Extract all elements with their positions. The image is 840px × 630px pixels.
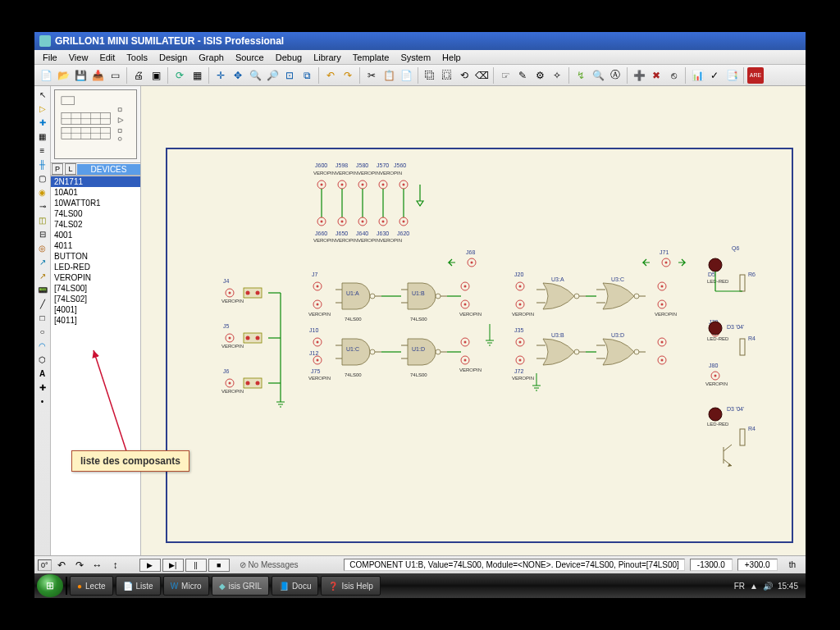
zoomarea-icon[interactable]: ⧉ [299,67,315,84]
graph-tool[interactable]: ◫ [36,213,49,226]
open-icon[interactable]: 📂 [55,67,71,84]
terminal-tool[interactable]: ◉ [36,185,49,199]
tape-tool[interactable]: ⊟ [36,227,49,240]
windows-taskbar[interactable]: ⊞ ●Lecte 📄Liste WMicro ◆isis GRIL 📘Docu … [34,573,806,598]
taskbar-item[interactable]: 📘Docu [272,576,318,596]
circle-tool[interactable]: ○ [36,325,49,338]
bom-icon[interactable]: 📊 [689,67,705,84]
netlist-icon[interactable]: 📑 [724,67,740,84]
menu-file[interactable]: File [38,52,62,63]
schematic-canvas[interactable]: J600 J598 J580 J570 J560 VEROPINVEROPINV… [141,86,806,555]
area-icon[interactable]: ▭ [107,67,123,84]
region-icon[interactable]: ▣ [148,67,164,84]
box-tool[interactable]: □ [36,311,49,324]
import-icon[interactable]: 📥 [89,67,106,84]
probe-v-tool[interactable]: ↗ [36,255,49,268]
flipy-icon[interactable]: ↕ [107,557,124,573]
taskbar-item[interactable]: ❓Isis Help [321,576,380,596]
rotation-field[interactable]: 0° [38,559,52,571]
device-item[interactable]: 74LS02 [51,219,140,230]
pat-icon[interactable]: Ⓐ [607,67,623,84]
device-item[interactable]: 10A01 [51,187,140,198]
device-item[interactable]: BUTTON [51,251,140,262]
menu-debug[interactable]: Debug [271,52,307,63]
script-tool[interactable]: ≡ [36,144,49,157]
ares-icon[interactable]: ARE [747,67,764,84]
pan-icon[interactable]: ✥ [230,67,246,84]
clock[interactable]: 15:45 [778,582,798,591]
device-item[interactable]: [4011] [51,315,140,326]
lang-indicator[interactable]: FR [734,582,745,591]
lib-button[interactable]: L [65,163,76,175]
blockmove-icon[interactable]: ⿴ [439,67,455,84]
zoomin-icon[interactable]: 🔍 [247,67,263,84]
blockcopy-icon[interactable]: ⿻ [422,67,438,84]
menu-edit[interactable]: Edit [94,52,120,63]
no-messages[interactable]: ⊘ No Messages [240,560,299,569]
instrument-tool[interactable]: 📟 [36,283,49,296]
menu-library[interactable]: Library [308,52,346,63]
menu-graph[interactable]: Graph [194,52,229,63]
device-item[interactable]: [74LS00] [51,283,140,294]
erc-icon[interactable]: ✓ [706,67,723,84]
newsheet-icon[interactable]: ➕ [631,67,647,84]
bus-tool[interactable]: ╫ [36,158,49,171]
zoomout-icon[interactable]: 🔎 [264,67,281,84]
zoomall-icon[interactable]: ⊡ [281,67,298,84]
paste-icon[interactable]: 📄 [398,67,414,84]
make-icon[interactable]: ✎ [514,67,531,84]
device-item[interactable]: [4001] [51,304,140,315]
label-tool[interactable]: ▦ [36,130,49,143]
print-icon[interactable]: 🖨 [130,67,147,84]
start-button[interactable]: ⊞ [37,574,63,597]
path-tool[interactable]: ⬡ [36,353,49,366]
search-icon[interactable]: 🔍 [590,67,606,84]
pause-button[interactable]: || [185,559,207,572]
delsheet-icon[interactable]: ✖ [648,67,664,84]
arc-tool[interactable]: ◠ [36,339,49,352]
exit-icon[interactable]: ⎋ [665,67,682,84]
wireauto-icon[interactable]: ↯ [573,67,589,84]
device-item[interactable]: LED-RED [51,262,140,272]
menu-design[interactable]: Design [154,52,192,63]
blockrot-icon[interactable]: ⟲ [456,67,472,84]
menubar[interactable]: FileViewEditToolsDesignGraphSourceDebugL… [34,50,806,65]
text-tool[interactable]: A [36,367,49,380]
device-item[interactable]: 4011 [51,240,140,251]
new-icon[interactable]: 📄 [38,67,54,84]
pick-icon[interactable]: ☞ [497,67,514,84]
stop-button[interactable]: ■ [208,559,230,572]
cut-icon[interactable]: ✂ [363,67,380,84]
pin-tool[interactable]: ⊸ [36,199,49,212]
decomp-icon[interactable]: ✧ [549,67,565,84]
device-list[interactable]: 2N171110A0110WATT0R174LS0074LS0240014011… [51,176,140,555]
select-tool[interactable]: ↖ [36,88,49,101]
subcircuit-tool[interactable]: ▢ [36,171,49,185]
origin-icon[interactable]: ✛ [212,67,229,84]
device-item[interactable]: 74LS00 [51,208,140,219]
menu-help[interactable]: Help [437,52,466,63]
device-item[interactable]: VEROPIN [51,272,140,283]
grid-icon[interactable]: ▦ [189,67,205,84]
menu-view[interactable]: View [64,52,94,63]
device-item[interactable]: 4001 [51,230,140,240]
probe-i-tool[interactable]: ↗ [36,269,49,282]
taskbar-item[interactable]: ●Lecte [70,576,113,596]
redo-icon[interactable]: ↷ [340,67,356,84]
taskbar-item[interactable]: 📄Liste [116,576,161,596]
menu-source[interactable]: Source [231,52,269,63]
system-tray[interactable]: FR ▲ 🔊 15:45 [734,582,803,591]
tray-icon[interactable]: 🔊 [763,582,773,591]
marker-tool[interactable]: • [36,395,49,408]
device-item[interactable]: 10WATT0R1 [51,198,140,208]
blockdel-icon[interactable]: ⌫ [473,67,490,84]
menu-template[interactable]: Template [348,52,395,63]
device-item[interactable]: [74LS02] [51,294,140,304]
line-tool[interactable]: ╱ [36,297,49,310]
component-tool[interactable]: ▷ [36,102,49,115]
flipx-icon[interactable]: ↔ [89,557,106,573]
copy-icon[interactable]: 📋 [381,67,397,84]
save-icon[interactable]: 💾 [72,67,89,84]
symbol-tool[interactable]: ✚ [36,381,49,394]
rotright-icon[interactable]: ↷ [71,557,88,573]
